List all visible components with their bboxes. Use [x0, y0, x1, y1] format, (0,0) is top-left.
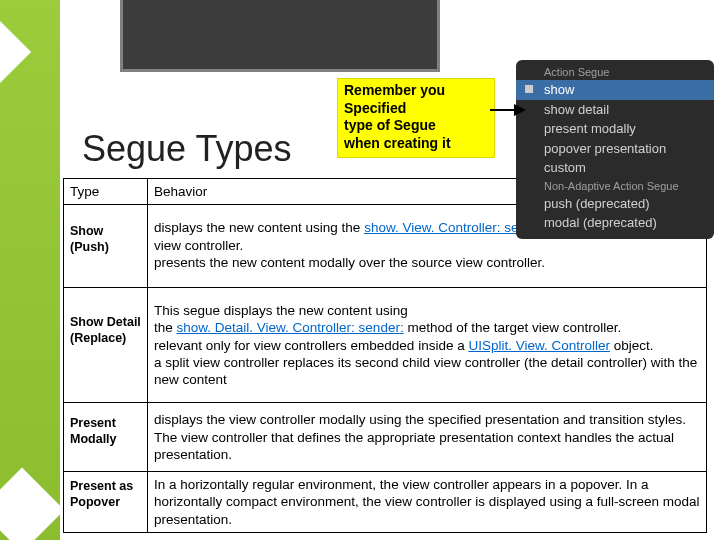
table-row: Present Modally displays the view contro…	[64, 403, 707, 472]
callout-line: Specified	[344, 100, 406, 116]
callout-box: Remember you Specified type of Segue whe…	[337, 78, 495, 158]
text: displays the view controller modally usi…	[154, 412, 686, 462]
callout-line: when creating it	[344, 135, 451, 151]
cell-type: Present as Popover	[64, 472, 148, 533]
text: In a horizontally regular environment, t…	[154, 477, 700, 527]
callout-line: type of Segue	[344, 117, 436, 133]
link-uisplitviewcontroller[interactable]: UISplit. View. Controller	[468, 338, 610, 353]
text: This segue displays the new content usin…	[154, 303, 408, 318]
text: presents the new content modally over th…	[154, 255, 545, 270]
cell-behavior: displays the view controller modally usi…	[148, 403, 707, 472]
callout-line: Remember you	[344, 82, 445, 98]
menu-header: Non-Adaptive Action Segue	[516, 178, 714, 194]
col-header-type: Type	[64, 179, 148, 205]
decorative-top-panel	[120, 0, 440, 72]
cell-type: Present Modally	[64, 403, 148, 472]
type-label: Show (Push)	[70, 224, 109, 254]
menu-item-show[interactable]: show	[516, 80, 714, 100]
cell-type: Show (Push)	[64, 205, 148, 288]
menu-header: Action Segue	[516, 64, 714, 80]
text: a split view controller replaces its sec…	[154, 355, 697, 387]
menu-item-show-detail[interactable]: show detail	[516, 100, 714, 120]
link-showdetail-viewcontroller[interactable]: show. Detail. View. Controller: sender:	[177, 320, 404, 335]
cell-behavior: In a horizontally regular environment, t…	[148, 472, 707, 533]
decorative-left-strip	[0, 0, 60, 540]
arrow-right-icon	[488, 100, 526, 120]
page-title: Segue Types	[82, 128, 292, 170]
menu-item-present-modally[interactable]: present modally	[516, 119, 714, 139]
menu-item-modal-deprecated[interactable]: modal (deprecated)	[516, 213, 714, 233]
text: object.	[610, 338, 654, 353]
text: the	[154, 320, 177, 335]
text: displays the new content using the	[154, 220, 364, 235]
segue-type-menu: Action Segue show show detail present mo…	[516, 60, 714, 239]
svg-marker-1	[514, 104, 526, 116]
table-row: Present as Popover In a horizontally reg…	[64, 472, 707, 533]
text: method of the target view controller.	[404, 320, 622, 335]
cell-type: Show Detail (Replace)	[64, 288, 148, 403]
text: relevant only for view controllers embed…	[154, 338, 468, 353]
cell-behavior: This segue displays the new content usin…	[148, 288, 707, 403]
menu-item-popover[interactable]: popover presentation	[516, 139, 714, 159]
menu-item-push-deprecated[interactable]: push (deprecated)	[516, 194, 714, 214]
menu-item-custom[interactable]: custom	[516, 158, 714, 178]
table-row: Show Detail (Replace) This segue display…	[64, 288, 707, 403]
